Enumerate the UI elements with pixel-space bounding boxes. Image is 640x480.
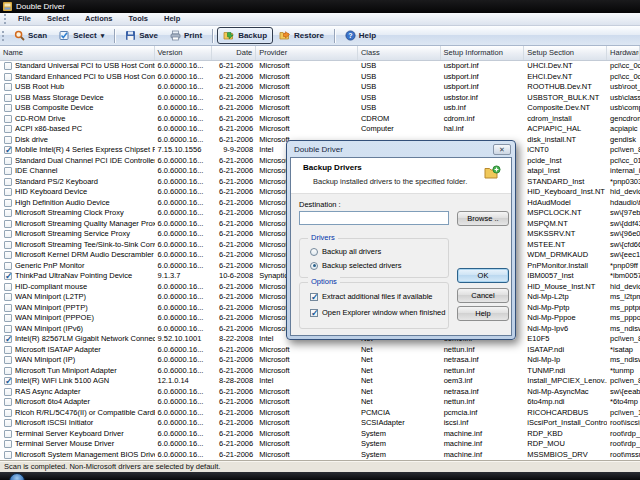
cell-name[interactable]: Microsoft ISATAP Adapter — [0, 345, 155, 356]
row-checkbox[interactable] — [4, 83, 12, 91]
row-checkbox[interactable] — [4, 104, 12, 112]
menu-help[interactable]: Help — [156, 13, 188, 25]
cell-name[interactable]: High Definition Audio Device — [0, 198, 155, 209]
cancel-button[interactable]: Cancel — [457, 288, 509, 303]
cell-name[interactable]: Terminal Server Keyboard Driver — [0, 429, 155, 440]
row-checkbox[interactable] — [4, 409, 12, 417]
menu-select[interactable]: Select — [39, 13, 77, 25]
table-row[interactable]: Intel(R) WiFi Link 5100 AGN12.1.0.148-28… — [0, 376, 640, 387]
cell-name[interactable]: Mobile Intel(R) 4 Series Express Chipset… — [0, 145, 155, 156]
cell-name[interactable]: WAN Miniport (IPv6) — [0, 324, 155, 335]
row-checkbox[interactable] — [4, 377, 12, 385]
cell-name[interactable]: Microsoft Streaming Clock Proxy — [0, 208, 155, 219]
column-header-hardware[interactable]: Hardware — [607, 46, 640, 60]
row-checkbox[interactable] — [4, 262, 12, 270]
row-checkbox[interactable] — [4, 388, 12, 396]
table-row[interactable]: Ricoh R/RL/5C476(II) or Compatible CardB… — [0, 408, 640, 419]
row-checkbox[interactable] — [4, 325, 12, 333]
cell-name[interactable]: Standard Universal PCI to USB Host Contr… — [0, 61, 155, 72]
cell-name[interactable]: Ricoh R/RL/5C476(II) or Compatible CardB… — [0, 408, 155, 419]
cell-name[interactable]: HID-compliant mouse — [0, 282, 155, 293]
cell-name[interactable]: USB Root Hub — [0, 82, 155, 93]
row-checkbox[interactable] — [4, 209, 12, 217]
table-row[interactable]: Terminal Server Keyboard Driver6.0.6000.… — [0, 429, 640, 440]
row-checkbox[interactable] — [4, 188, 12, 196]
cell-name[interactable]: WAN Miniport (L2TP) — [0, 292, 155, 303]
scan-button[interactable]: Scan — [8, 27, 53, 44]
row-checkbox[interactable] — [4, 157, 12, 165]
dialog-titlebar[interactable]: Double Driver ✕ — [290, 141, 512, 157]
checkbox-extract-additional-files[interactable] — [310, 293, 318, 301]
row-checkbox[interactable] — [4, 62, 12, 70]
column-header-version[interactable]: Version — [155, 46, 213, 60]
table-row[interactable]: CD-ROM Drive6.0.6000.16...6-21-2006Micro… — [0, 114, 640, 125]
row-checkbox[interactable] — [4, 398, 12, 406]
table-row[interactable]: USB Mass Storage Device6.0.6000.16...6-2… — [0, 93, 640, 104]
cell-name[interactable]: Microsoft System Management BIOS Driver — [0, 450, 155, 461]
row-checkbox[interactable] — [4, 367, 12, 375]
radio-row-backup-all[interactable]: Backup all drivers — [310, 247, 381, 256]
row-checkbox[interactable] — [4, 356, 12, 364]
menu-tools[interactable]: Tools — [121, 13, 156, 25]
row-checkbox[interactable] — [4, 199, 12, 207]
cell-name[interactable]: CD-ROM Drive — [0, 114, 155, 125]
help-button[interactable]: ? Help — [339, 27, 382, 44]
table-row[interactable]: RAS Async Adapter6.0.6000.16...6-21-2006… — [0, 387, 640, 398]
select-button[interactable]: Select ▾ — [53, 27, 110, 44]
cell-name[interactable]: RAS Async Adapter — [0, 387, 155, 398]
table-row[interactable]: Microsoft iSCSI Initiator6.0.6000.16...6… — [0, 418, 640, 429]
radio-row-backup-selected[interactable]: Backup selected drivers — [310, 261, 402, 270]
row-checkbox[interactable] — [4, 251, 12, 259]
cell-name[interactable]: Microsoft Streaming Quality Manager Prox… — [0, 219, 155, 230]
close-icon[interactable]: ✕ — [493, 144, 511, 155]
radio-backup-all-drivers[interactable] — [310, 248, 318, 256]
row-checkbox[interactable] — [4, 167, 12, 175]
cell-name[interactable]: Disk drive — [0, 135, 155, 146]
row-checkbox[interactable] — [4, 304, 12, 312]
row-checkbox[interactable] — [4, 230, 12, 238]
cell-name[interactable]: Microsoft Tun Miniport Adapter — [0, 366, 155, 377]
table-row[interactable]: WAN Miniport (IP)6.0.6000.16...6-21-2006… — [0, 355, 640, 366]
ok-button[interactable]: OK — [457, 268, 509, 283]
cell-name[interactable]: ThinkPad UltraNav Pointing Device — [0, 271, 155, 282]
window-titlebar[interactable]: Double Driver — [0, 0, 640, 13]
column-header-inf[interactable]: Setup Information — [441, 46, 525, 60]
cell-name[interactable]: Microsoft 6to4 Adapter — [0, 397, 155, 408]
cell-name[interactable]: HID Keyboard Device — [0, 187, 155, 198]
cell-name[interactable]: WAN Miniport (PPTP) — [0, 303, 155, 314]
column-header-provider[interactable]: Provider — [256, 46, 358, 60]
menu-actions[interactable]: Actions — [77, 13, 121, 25]
cell-name[interactable]: ACPI x86-based PC — [0, 124, 155, 135]
row-checkbox[interactable] — [4, 136, 12, 144]
radio-backup-selected-drivers[interactable] — [310, 262, 318, 270]
save-button[interactable]: Save — [119, 27, 164, 44]
cell-name[interactable]: WAN Miniport (PPPOE) — [0, 313, 155, 324]
column-header-cls[interactable]: Class — [358, 46, 441, 60]
table-row[interactable]: USB Root Hub6.0.6000.16...6-21-2006Micro… — [0, 82, 640, 93]
row-checkbox[interactable] — [4, 293, 12, 301]
cell-name[interactable]: Microsoft Streaming Service Proxy — [0, 229, 155, 240]
row-checkbox[interactable] — [4, 73, 12, 81]
cell-name[interactable]: Standard Enhanced PCI to USB Host Contro… — [0, 72, 155, 83]
cell-name[interactable]: WAN Miniport (IP) — [0, 355, 155, 366]
cell-name[interactable]: Microsoft iSCSI Initiator — [0, 418, 155, 429]
cell-name[interactable]: Generic PnP Monitor — [0, 261, 155, 272]
row-checkbox[interactable] — [4, 335, 12, 343]
row-checkbox[interactable] — [4, 283, 12, 291]
column-header-section[interactable]: Setup Section — [524, 46, 607, 60]
column-header-date[interactable]: Date — [212, 46, 256, 60]
row-checkbox[interactable] — [4, 314, 12, 322]
row-checkbox[interactable] — [4, 115, 12, 123]
row-checkbox[interactable] — [4, 419, 12, 427]
row-checkbox[interactable] — [4, 430, 12, 438]
checkbox-open-explorer[interactable] — [310, 309, 318, 317]
cell-name[interactable]: IDE Channel — [0, 166, 155, 177]
row-checkbox[interactable] — [4, 440, 12, 448]
cell-name[interactable]: Standard PS/2 Keyboard — [0, 177, 155, 188]
cell-name[interactable]: Terminal Server Mouse Driver — [0, 439, 155, 450]
table-row[interactable]: Microsoft Tun Miniport Adapter6.0.6000.1… — [0, 366, 640, 377]
table-row[interactable]: Microsoft System Management BIOS Driver6… — [0, 450, 640, 461]
cell-name[interactable]: Microsoft Kernel DRM Audio Descrambler — [0, 250, 155, 261]
cell-name[interactable]: Intel(R) 82567LM Gigabit Network Connect… — [0, 334, 155, 345]
row-checkbox[interactable] — [4, 272, 12, 280]
